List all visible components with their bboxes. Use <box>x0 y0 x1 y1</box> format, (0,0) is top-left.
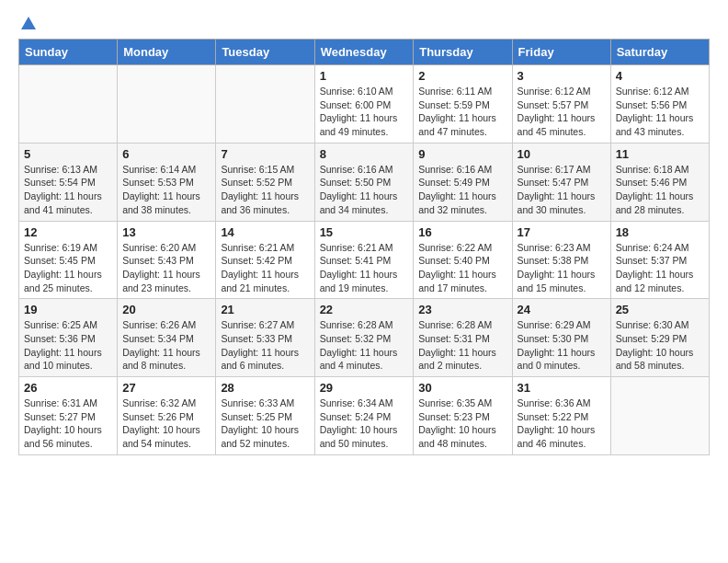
calendar-cell: 15Sunrise: 6:21 AM Sunset: 5:41 PM Dayli… <box>314 221 414 299</box>
day-number: 23 <box>418 303 506 316</box>
svg-marker-0 <box>21 17 36 29</box>
day-number: 22 <box>320 303 409 316</box>
day-number: 29 <box>320 381 409 395</box>
day-number: 3 <box>518 69 606 83</box>
day-info: Sunrise: 6:19 AM Sunset: 5:45 PM Dayligh… <box>24 241 112 295</box>
day-info: Sunrise: 6:13 AM Sunset: 5:54 PM Dayligh… <box>24 163 112 217</box>
day-info: Sunrise: 6:16 AM Sunset: 5:50 PM Dayligh… <box>320 163 409 217</box>
day-info: Sunrise: 6:11 AM Sunset: 5:59 PM Dayligh… <box>418 85 506 139</box>
calendar-cell: 26Sunrise: 6:31 AM Sunset: 5:27 PM Dayli… <box>19 377 118 455</box>
day-number: 10 <box>518 147 606 161</box>
day-number: 11 <box>616 147 704 161</box>
day-number: 18 <box>616 225 704 239</box>
day-info: Sunrise: 6:25 AM Sunset: 5:36 PM Dayligh… <box>24 318 112 373</box>
calendar-cell: 5Sunrise: 6:13 AM Sunset: 5:54 PM Daylig… <box>19 143 118 221</box>
day-number: 25 <box>616 303 704 316</box>
day-header-monday: Monday <box>118 40 216 65</box>
calendar-cell: 27Sunrise: 6:32 AM Sunset: 5:26 PM Dayli… <box>118 377 216 455</box>
day-info: Sunrise: 6:31 AM Sunset: 5:27 PM Dayligh… <box>24 396 112 451</box>
calendar-cell: 24Sunrise: 6:29 AM Sunset: 5:30 PM Dayli… <box>512 299 610 377</box>
day-number: 7 <box>221 147 309 161</box>
calendar-cell: 31Sunrise: 6:36 AM Sunset: 5:22 PM Dayli… <box>512 377 610 455</box>
calendar-week-row: 1Sunrise: 6:10 AM Sunset: 6:00 PM Daylig… <box>19 65 710 144</box>
day-info: Sunrise: 6:30 AM Sunset: 5:29 PM Dayligh… <box>616 318 704 373</box>
day-number: 5 <box>24 147 112 161</box>
day-header-wednesday: Wednesday <box>314 40 414 65</box>
day-info: Sunrise: 6:35 AM Sunset: 5:23 PM Dayligh… <box>418 396 506 451</box>
calendar-cell: 3Sunrise: 6:12 AM Sunset: 5:57 PM Daylig… <box>512 65 610 144</box>
day-info: Sunrise: 6:15 AM Sunset: 5:52 PM Dayligh… <box>221 163 309 217</box>
day-info: Sunrise: 6:21 AM Sunset: 5:41 PM Dayligh… <box>320 241 409 295</box>
calendar-cell: 14Sunrise: 6:21 AM Sunset: 5:42 PM Dayli… <box>216 221 314 299</box>
day-number: 9 <box>418 147 506 161</box>
day-number: 24 <box>518 303 606 316</box>
calendar-cell <box>610 377 709 455</box>
calendar-cell: 20Sunrise: 6:26 AM Sunset: 5:34 PM Dayli… <box>118 299 216 377</box>
day-info: Sunrise: 6:34 AM Sunset: 5:24 PM Dayligh… <box>320 396 409 451</box>
header <box>18 18 710 31</box>
day-header-saturday: Saturday <box>610 40 709 65</box>
day-info: Sunrise: 6:26 AM Sunset: 5:34 PM Dayligh… <box>122 318 210 373</box>
day-header-sunday: Sunday <box>19 40 118 65</box>
calendar-cell: 12Sunrise: 6:19 AM Sunset: 5:45 PM Dayli… <box>19 221 118 299</box>
calendar-cell: 9Sunrise: 6:16 AM Sunset: 5:49 PM Daylig… <box>414 143 512 221</box>
calendar-cell <box>216 65 314 144</box>
day-header-tuesday: Tuesday <box>216 40 314 65</box>
day-info: Sunrise: 6:12 AM Sunset: 5:56 PM Dayligh… <box>616 85 704 139</box>
day-info: Sunrise: 6:28 AM Sunset: 5:32 PM Dayligh… <box>320 318 409 373</box>
calendar-cell: 17Sunrise: 6:23 AM Sunset: 5:38 PM Dayli… <box>512 221 610 299</box>
day-info: Sunrise: 6:16 AM Sunset: 5:49 PM Dayligh… <box>418 163 506 217</box>
calendar-cell: 6Sunrise: 6:14 AM Sunset: 5:53 PM Daylig… <box>118 143 216 221</box>
calendar-cell: 21Sunrise: 6:27 AM Sunset: 5:33 PM Dayli… <box>216 299 314 377</box>
day-number: 30 <box>418 381 506 395</box>
calendar-cell: 23Sunrise: 6:28 AM Sunset: 5:31 PM Dayli… <box>414 299 512 377</box>
day-number: 12 <box>24 225 112 239</box>
calendar-cell: 7Sunrise: 6:15 AM Sunset: 5:52 PM Daylig… <box>216 143 314 221</box>
day-number: 4 <box>616 69 704 83</box>
calendar-cell: 22Sunrise: 6:28 AM Sunset: 5:32 PM Dayli… <box>314 299 414 377</box>
day-info: Sunrise: 6:10 AM Sunset: 6:00 PM Dayligh… <box>320 85 409 139</box>
calendar-cell <box>118 65 216 144</box>
calendar-cell: 16Sunrise: 6:22 AM Sunset: 5:40 PM Dayli… <box>414 221 512 299</box>
day-info: Sunrise: 6:17 AM Sunset: 5:47 PM Dayligh… <box>518 163 606 217</box>
day-number: 6 <box>122 147 210 161</box>
day-number: 13 <box>122 225 210 239</box>
day-info: Sunrise: 6:33 AM Sunset: 5:25 PM Dayligh… <box>221 396 309 451</box>
calendar-week-row: 19Sunrise: 6:25 AM Sunset: 5:36 PM Dayli… <box>19 299 710 377</box>
day-number: 21 <box>221 303 309 316</box>
day-number: 31 <box>518 381 606 395</box>
day-info: Sunrise: 6:18 AM Sunset: 5:46 PM Dayligh… <box>616 163 704 217</box>
calendar-week-row: 26Sunrise: 6:31 AM Sunset: 5:27 PM Dayli… <box>19 377 710 455</box>
day-header-thursday: Thursday <box>414 40 512 65</box>
day-info: Sunrise: 6:29 AM Sunset: 5:30 PM Dayligh… <box>518 318 606 373</box>
day-info: Sunrise: 6:14 AM Sunset: 5:53 PM Dayligh… <box>122 163 210 217</box>
day-info: Sunrise: 6:12 AM Sunset: 5:57 PM Dayligh… <box>518 85 606 139</box>
day-info: Sunrise: 6:21 AM Sunset: 5:42 PM Dayligh… <box>221 241 309 295</box>
calendar-header-row: SundayMondayTuesdayWednesdayThursdayFrid… <box>19 40 710 65</box>
calendar-cell: 11Sunrise: 6:18 AM Sunset: 5:46 PM Dayli… <box>610 143 709 221</box>
calendar-cell: 10Sunrise: 6:17 AM Sunset: 5:47 PM Dayli… <box>512 143 610 221</box>
calendar-cell: 30Sunrise: 6:35 AM Sunset: 5:23 PM Dayli… <box>414 377 512 455</box>
day-header-friday: Friday <box>512 40 610 65</box>
day-number: 2 <box>418 69 506 83</box>
calendar-cell: 25Sunrise: 6:30 AM Sunset: 5:29 PM Dayli… <box>610 299 709 377</box>
day-info: Sunrise: 6:36 AM Sunset: 5:22 PM Dayligh… <box>518 396 606 451</box>
day-number: 26 <box>24 381 112 395</box>
day-info: Sunrise: 6:24 AM Sunset: 5:37 PM Dayligh… <box>616 241 704 295</box>
day-info: Sunrise: 6:22 AM Sunset: 5:40 PM Dayligh… <box>418 241 506 295</box>
calendar: SundayMondayTuesdayWednesdayThursdayFrid… <box>18 39 710 455</box>
day-number: 20 <box>122 303 210 316</box>
calendar-cell: 29Sunrise: 6:34 AM Sunset: 5:24 PM Dayli… <box>314 377 414 455</box>
day-number: 28 <box>221 381 309 395</box>
day-number: 16 <box>418 225 506 239</box>
day-number: 27 <box>122 381 210 395</box>
day-number: 8 <box>320 147 409 161</box>
calendar-cell: 4Sunrise: 6:12 AM Sunset: 5:56 PM Daylig… <box>610 65 709 144</box>
calendar-cell: 8Sunrise: 6:16 AM Sunset: 5:50 PM Daylig… <box>314 143 414 221</box>
calendar-cell: 18Sunrise: 6:24 AM Sunset: 5:37 PM Dayli… <box>610 221 709 299</box>
calendar-cell: 13Sunrise: 6:20 AM Sunset: 5:43 PM Dayli… <box>118 221 216 299</box>
day-info: Sunrise: 6:28 AM Sunset: 5:31 PM Dayligh… <box>418 318 506 373</box>
calendar-cell: 28Sunrise: 6:33 AM Sunset: 5:25 PM Dayli… <box>216 377 314 455</box>
day-info: Sunrise: 6:32 AM Sunset: 5:26 PM Dayligh… <box>122 396 210 451</box>
logo <box>18 18 37 31</box>
